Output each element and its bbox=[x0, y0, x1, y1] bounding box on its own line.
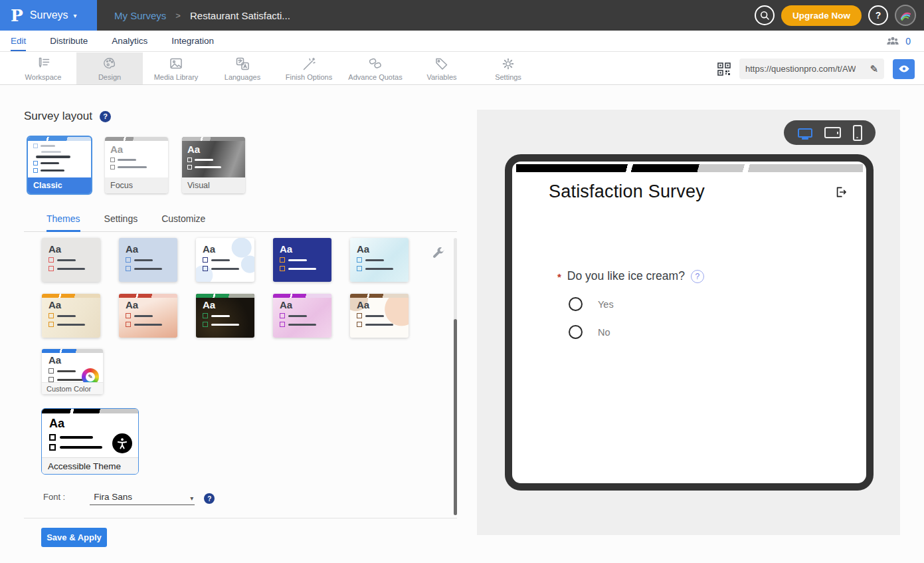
gear-icon bbox=[500, 56, 516, 71]
theme-progress-bar bbox=[196, 294, 254, 298]
theme-progress-bar bbox=[119, 294, 177, 298]
translate-icon bbox=[234, 56, 250, 71]
product-menu-label: Surveys bbox=[30, 9, 68, 21]
radio-option-yes[interactable]: Yes bbox=[569, 297, 866, 311]
toolbar-item-finish-options[interactable]: Finish Options bbox=[276, 53, 342, 84]
breadcrumb-current: Restaurant Satisfacti... bbox=[190, 10, 290, 21]
font-value: Fira Sans bbox=[94, 492, 132, 502]
tablet-icon bbox=[824, 127, 841, 138]
theme-tile-gray[interactable]: Aa bbox=[42, 238, 100, 282]
tablet-preview-button[interactable] bbox=[824, 127, 841, 138]
breadcrumb-separator: > bbox=[175, 11, 181, 21]
wand-icon bbox=[301, 56, 317, 71]
theme-aa-sample: Aa bbox=[357, 300, 409, 310]
theme-scrollbar-track[interactable] bbox=[454, 238, 457, 515]
phone-icon bbox=[853, 125, 862, 141]
theme-aa-sample: Aa bbox=[203, 244, 254, 254]
desktop-preview-button[interactable] bbox=[798, 128, 812, 138]
layout-options: Classic Aa Focus Aa Visual bbox=[28, 137, 457, 193]
theme-aa-sample: Aa bbox=[126, 300, 177, 310]
theme-aa-sample: Aa bbox=[280, 300, 331, 310]
accessible-theme-label: Accessible Theme bbox=[42, 457, 138, 474]
preview-panel: Satisfaction Survey * Do you like ice cr… bbox=[477, 110, 900, 535]
preview-button[interactable] bbox=[893, 59, 915, 79]
toolbar-item-advance-quotas[interactable]: Advance Quotas bbox=[342, 53, 409, 84]
font-select[interactable]: Fira Sans ▾ bbox=[90, 492, 195, 505]
theme-tile-clouds[interactable]: Aa bbox=[196, 238, 254, 282]
panel-divider bbox=[24, 518, 457, 518]
question-block: * Do you like ice cream? ? bbox=[557, 269, 866, 283]
theme-progress-bar bbox=[42, 409, 138, 413]
help-button[interactable]: ? bbox=[868, 5, 888, 25]
tab-analytics[interactable]: Analytics bbox=[112, 31, 147, 51]
collaborators-count: 0 bbox=[905, 36, 911, 47]
theme-tile-pink-purple[interactable]: Aa bbox=[273, 294, 331, 338]
radio-button[interactable] bbox=[569, 297, 583, 311]
edit-url-icon[interactable]: ✎ bbox=[870, 63, 878, 75]
survey-preview-frame: Satisfaction Survey * Do you like ice cr… bbox=[505, 154, 874, 491]
subtab-themes[interactable]: Themes bbox=[46, 213, 80, 232]
toolbar-item-design[interactable]: Design bbox=[76, 53, 143, 84]
toolbar-item-languages[interactable]: Languages bbox=[209, 53, 276, 84]
layout-label: Classic bbox=[28, 177, 91, 193]
theme-tile-orange-cream[interactable]: Aa bbox=[42, 294, 100, 338]
avatar[interactable] bbox=[895, 5, 916, 26]
tab-integration[interactable]: Integration bbox=[171, 31, 214, 51]
survey-url-field[interactable]: https://questionpro.com/t/AW ✎ bbox=[739, 58, 884, 79]
mobile-preview-button[interactable] bbox=[853, 125, 862, 141]
save-apply-button[interactable]: Save & Apply bbox=[41, 528, 107, 547]
image-icon bbox=[168, 56, 184, 71]
main-area: Survey layout ? Classic Aa bbox=[0, 86, 924, 563]
eye-icon bbox=[898, 64, 910, 73]
theme-tile-peach-red[interactable]: Aa bbox=[119, 294, 177, 338]
theme-tile-navy[interactable]: Aa bbox=[273, 238, 331, 282]
toolbar-item-media-library[interactable]: Media Library bbox=[143, 53, 209, 84]
layout-card-classic[interactable]: Classic bbox=[28, 137, 91, 193]
subtab-divider bbox=[24, 231, 457, 232]
theme-progress-bar bbox=[350, 294, 409, 298]
exit-survey-button[interactable] bbox=[834, 185, 848, 199]
qr-code-icon[interactable] bbox=[717, 62, 731, 76]
question-text: Do you like ice cream? bbox=[567, 269, 685, 283]
accessibility-icon bbox=[112, 433, 132, 453]
layout-card-visual[interactable]: Aa Visual bbox=[182, 137, 245, 193]
tag-icon bbox=[434, 56, 450, 71]
layout-card-focus[interactable]: Aa Focus bbox=[105, 137, 168, 193]
toolbar-item-settings[interactable]: Settings bbox=[475, 53, 541, 84]
font-help-icon[interactable]: ? bbox=[204, 493, 215, 504]
option-label: No bbox=[598, 327, 610, 338]
people-icon bbox=[885, 36, 900, 47]
subtab-settings[interactable]: Settings bbox=[104, 213, 138, 232]
theme-aa-sample: Aa bbox=[48, 244, 100, 254]
customize-theme-button[interactable] bbox=[430, 247, 445, 264]
theme-aa-sample: Aa bbox=[203, 300, 254, 310]
theme-scrollbar-thumb[interactable] bbox=[454, 319, 457, 515]
subtab-customize[interactable]: Customize bbox=[161, 213, 205, 232]
theme-tile-custom-color[interactable]: Aa ✎ Custom Color bbox=[42, 349, 103, 394]
product-menu[interactable]: P Surveys ▾ bbox=[0, 0, 97, 31]
chevron-down-icon: ▾ bbox=[74, 12, 77, 19]
radio-button[interactable] bbox=[569, 325, 583, 339]
collaborators-button[interactable]: 0 bbox=[885, 31, 911, 52]
layout-label: Visual bbox=[182, 177, 245, 193]
search-button[interactable] bbox=[755, 5, 775, 25]
theme-tile-dark-green[interactable]: Aa bbox=[196, 294, 254, 338]
toolbar-item-workspace[interactable]: Workspace bbox=[10, 53, 76, 84]
tab-distribute[interactable]: Distribute bbox=[50, 31, 88, 51]
avatar-logo-icon bbox=[899, 10, 912, 21]
theme-tile-cream-brown[interactable]: Aa bbox=[350, 294, 409, 338]
upgrade-now-button[interactable]: Upgrade Now bbox=[781, 5, 862, 26]
radio-option-no[interactable]: No bbox=[569, 325, 866, 339]
survey-layout-help-icon[interactable]: ? bbox=[100, 111, 111, 122]
toolbar-item-variables[interactable]: Variables bbox=[409, 53, 475, 84]
theme-tile-accessible[interactable]: Aa Accessible Theme bbox=[41, 408, 139, 475]
theme-tile-blue-gray[interactable]: Aa bbox=[119, 238, 177, 282]
question-help-icon[interactable]: ? bbox=[691, 270, 704, 283]
breadcrumb: My Surveys > Restaurant Satisfacti... bbox=[114, 10, 290, 21]
breadcrumb-parent[interactable]: My Surveys bbox=[114, 10, 166, 21]
theme-progress-bar bbox=[42, 349, 103, 353]
theme-tile-cyan[interactable]: Aa bbox=[350, 238, 409, 282]
palette-icon bbox=[102, 56, 118, 71]
tab-edit[interactable]: Edit bbox=[11, 31, 26, 51]
link-icon bbox=[367, 56, 383, 71]
